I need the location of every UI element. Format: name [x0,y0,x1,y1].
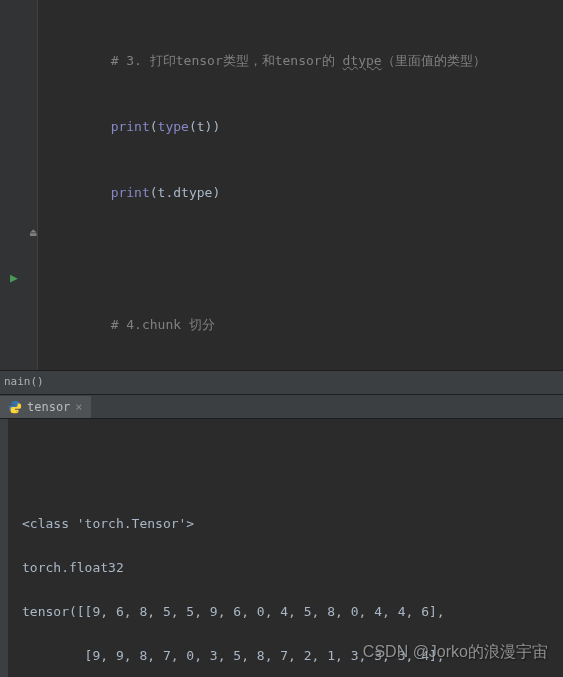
code-comment: # 3. 打印tensor类型，和tensor的 [111,53,343,68]
code-punct: (t)) [189,119,220,134]
code-comment: dtype [343,53,382,68]
close-icon[interactable]: × [75,400,82,414]
console-line: <class 'torch.Tensor'> [22,513,553,535]
code-builtin: print [111,119,150,134]
lock-icon: ⏏ [30,226,37,239]
tab-label: tensor [27,400,70,414]
breadcrumb[interactable]: nain() [0,370,563,394]
code-comment: （里面值的类型） [382,53,486,68]
code-builtin: print [111,185,150,200]
watermark: CSDN @Jorko的浪漫宇宙 [363,641,548,663]
code-punct: ( [150,119,158,134]
console-output[interactable]: <class 'torch.Tensor'> torch.float32 ten… [0,419,563,677]
python-icon [8,400,22,414]
code-builtin: type [158,119,189,134]
run-icon[interactable]: ▶ [10,270,18,285]
tab-tensor[interactable]: tensor × [0,396,91,418]
console-line: tensor([[9, 6, 8, 5, 5, 9, 6, 0, 4, 5, 8… [22,601,553,623]
console-sidebar [0,419,8,677]
code-content[interactable]: # 3. 打印tensor类型，和tensor的 dtype（里面值的类型） p… [38,0,563,370]
editor-gutter: ⏏ ▶ [0,0,38,370]
code-editor: ⏏ ▶ # 3. 打印tensor类型，和tensor的 dtype（里面值的类… [0,0,563,370]
console-tabs: tensor × [0,394,563,419]
code-punct: (t.dtype) [150,185,220,200]
code-comment: # 4.chunk 切分 [111,317,215,332]
console-line: torch.float32 [22,557,553,579]
